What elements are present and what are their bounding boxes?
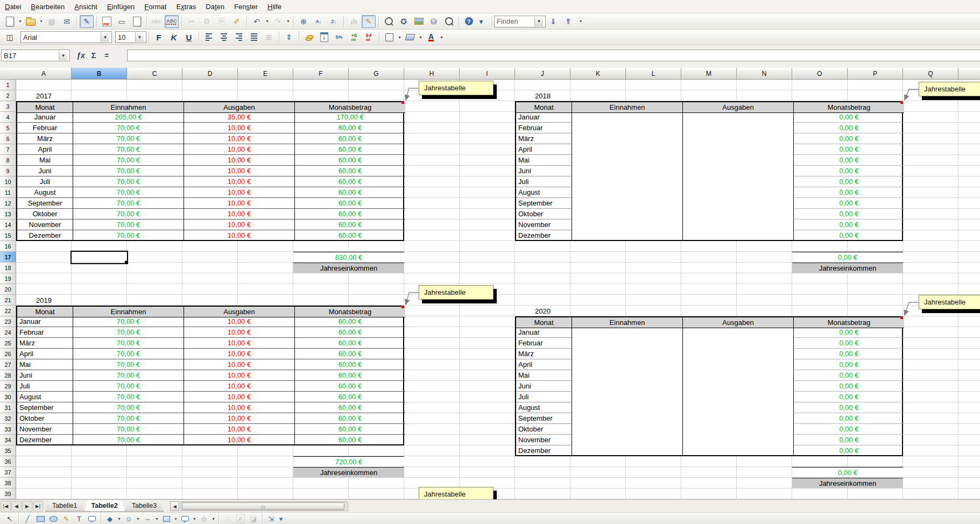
table-2019-ausgaben-value: 10,00 € <box>184 338 294 349</box>
text-icon[interactable]: T <box>73 514 86 524</box>
flowchart-icon[interactable] <box>160 514 173 524</box>
table-2020: MonatEinnahmenAusgabenMonatsbetragJanuar… <box>515 316 903 456</box>
table-2017-ausgaben-value: 10,00 € <box>184 144 294 155</box>
table-2020-month-März: März <box>516 349 572 359</box>
table-2020-header-monatsbetrag: Monatsbetrag <box>793 317 904 328</box>
freeform-line-icon[interactable]: ✎ <box>60 514 73 524</box>
table-2019-month-April: April <box>17 349 73 359</box>
table-2017-einnahmen-value: 70,00 € <box>73 198 184 209</box>
table-2019-header-einnahmen: Einnahmen <box>73 307 184 317</box>
table-2017-month-April: April <box>17 144 73 155</box>
table-2020-monatsbetrag-value: 0,00 € <box>793 392 904 402</box>
comment-anchor-dot-3 <box>401 306 404 308</box>
extrusion-icon: ◪ <box>247 514 260 524</box>
table-2017-month-März: März <box>17 133 73 144</box>
basic-shapes-icon[interactable]: ◆ <box>103 514 116 524</box>
table-2019-month-Oktober: Oktober <box>17 413 73 424</box>
table-2020-monatsbetrag-value: 0,00 € <box>793 413 904 424</box>
sheet-tab-tabelle1[interactable]: Tabelle1 <box>45 500 84 512</box>
symbol-shapes-icon[interactable]: ☺ <box>122 514 135 524</box>
table-2020-einnahmen-empty <box>572 327 682 456</box>
table-2018-month-September: September <box>516 198 572 209</box>
rectangle-icon[interactable] <box>34 514 47 524</box>
comment-jahrestabelle-3[interactable]: Jahrestabelle <box>419 285 493 300</box>
cell-cursor-B17[interactable] <box>70 251 128 264</box>
line-icon[interactable]: ╱ <box>21 514 34 524</box>
selection-fill-handle[interactable] <box>125 261 128 264</box>
table-2017-ausgaben-value: 10,00 € <box>184 166 294 176</box>
table-2017-monatsbetrag-value: 60,00 € <box>294 219 405 230</box>
table-2017-monatsbetrag-value: 60,00 € <box>294 133 405 144</box>
prev-sheet-icon[interactable]: ◀ <box>11 501 22 512</box>
comment-jahrestabelle-2[interactable]: Jahrestabelle <box>919 82 980 96</box>
table-2019-einnahmen-value: 70,00 € <box>73 327 184 338</box>
table-2020-monatsbetrag-value: 0,00 € <box>793 381 904 392</box>
sheet-tab-tabelle3[interactable]: Tabelle3 <box>125 500 164 512</box>
table-2019-ausgaben-value: 10,00 € <box>184 413 294 424</box>
stars-dropdown-icon[interactable]: ▾ <box>210 513 216 524</box>
table-2018-month-Juli: Juli <box>516 176 572 187</box>
table-2018-month-April: April <box>516 144 572 155</box>
comment-anchor-dot-1 <box>401 101 404 104</box>
table-2017-monatsbetrag-value: 60,00 € <box>294 155 405 166</box>
table-2017-month-August: August <box>17 187 73 198</box>
table-2020-ausgaben-empty <box>682 327 793 456</box>
jahreseinkommen-label-2019: Jahreseinkommen <box>293 467 404 478</box>
callout-icon[interactable] <box>86 514 98 524</box>
table-2020-month-Februar: Februar <box>516 338 572 349</box>
calc-window: DateiBearbeitenAnsichtEinfügenFormatExtr… <box>0 0 980 524</box>
table-2020-month-August: August <box>516 402 572 413</box>
table-2017-ausgaben-value: 10,00 € <box>184 155 294 166</box>
table-2020-monatsbetrag-value: 0,00 € <box>793 445 904 456</box>
table-2020-month-April: April <box>516 359 572 370</box>
symbol-shapes-dropdown-icon[interactable]: ▾ <box>135 513 141 524</box>
stars-icon[interactable]: ☆ <box>198 514 210 524</box>
callout-shapes-dropdown-icon[interactable]: ▾ <box>192 513 198 524</box>
sheet-tab-tabelle2[interactable]: Tabelle2 <box>84 500 125 512</box>
table-2017-einnahmen-value: 70,00 € <box>73 176 184 187</box>
from-file-icon[interactable]: ⇲ <box>265 514 278 524</box>
ellipse-icon[interactable] <box>47 514 60 524</box>
table-2017-header-monat: Monat <box>17 102 73 113</box>
table-2018-monatsbetrag-value: 0,00 € <box>793 123 904 133</box>
comment-jahrestabelle-1[interactable]: Jahrestabelle <box>419 81 493 95</box>
table-2018-monatsbetrag-value: 0,00 € <box>793 166 904 176</box>
table-2017-monatsbetrag-value: 60,00 € <box>294 144 405 155</box>
comment-jahrestabelle-5[interactable]: Jahrestabelle <box>419 487 493 499</box>
table-2020-monatsbetrag-value: 0,00 € <box>793 370 904 381</box>
table-2019-month-September: September <box>17 402 73 413</box>
horizontal-scrollbar[interactable]: ||| <box>180 501 348 511</box>
toolbar-separator <box>101 513 101 524</box>
drawbar-overflow-icon[interactable]: ▾ <box>278 514 284 524</box>
table-2017-month-September: September <box>17 198 73 209</box>
toolbar-separator <box>262 513 263 524</box>
basic-shapes-dropdown-icon[interactable]: ▾ <box>116 513 122 524</box>
next-sheet-icon[interactable]: ▶ <box>22 501 32 512</box>
flowchart-dropdown-icon[interactable]: ▾ <box>173 513 179 524</box>
table-2020-monatsbetrag-value: 0,00 € <box>793 435 904 445</box>
callout-shapes-icon[interactable] <box>179 514 192 524</box>
first-sheet-icon[interactable]: |◀ <box>1 501 11 512</box>
table-2019-ausgaben-value: 10,00 € <box>184 327 294 338</box>
last-sheet-icon[interactable]: ▶| <box>33 501 43 512</box>
block-arrows-dropdown-icon[interactable]: ▾ <box>154 513 160 524</box>
table-2018-monatsbetrag-value: 0,00 € <box>793 144 904 155</box>
table-2018-monatsbetrag-value: 0,00 € <box>793 176 904 187</box>
table-2018: MonatEinnahmenAusgabenMonatsbetragJanuar… <box>515 101 903 241</box>
select-icon[interactable]: ↖ <box>3 514 16 524</box>
comment-jahrestabelle-4[interactable]: Jahrestabelle <box>919 295 980 309</box>
table-2019-month-Dezember: Dezember <box>17 435 73 445</box>
table-2017-monatsbetrag-value: 60,00 € <box>294 166 405 176</box>
table-2017-ausgaben-value: 35,00 € <box>184 112 294 123</box>
table-2019-einnahmen-value: 70,00 € <box>73 392 184 402</box>
table-2017-einnahmen-value: 205,00 € <box>73 112 184 123</box>
table-2019-ausgaben-value: 10,00 € <box>184 316 294 327</box>
jahreseinkommen-total-2018: 0,00 € <box>792 252 903 263</box>
scroll-left-icon[interactable]: ◀ <box>170 501 179 511</box>
table-2019-monatsbetrag-value: 60,00 € <box>294 316 405 327</box>
year-label-2018: 2018 <box>515 90 570 101</box>
table-2017-ausgaben-value: 10,00 € <box>184 133 294 144</box>
table-2017: MonatEinnahmenAusgabenMonatsbetragJanuar… <box>16 101 404 241</box>
horizontal-scrollbar-thumb[interactable]: ||| <box>182 502 344 510</box>
block-arrows-icon[interactable]: ⇔ <box>141 514 154 524</box>
